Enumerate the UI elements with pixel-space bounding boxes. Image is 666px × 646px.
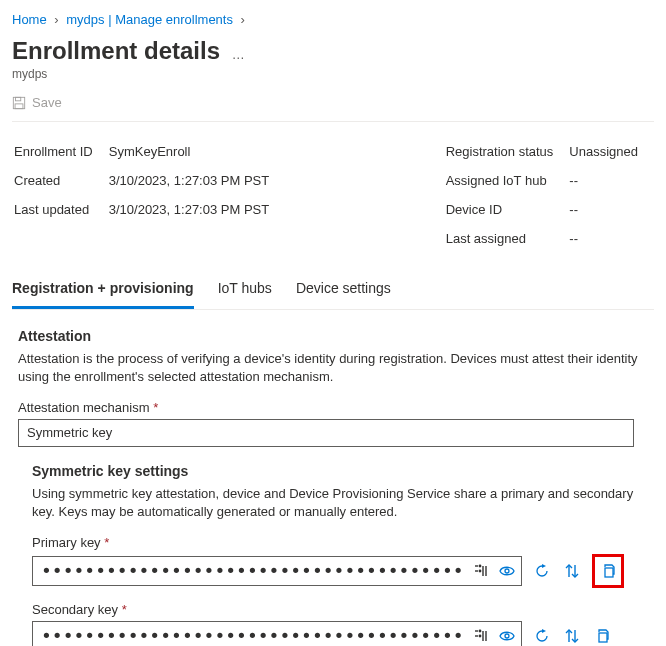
primary-key-row: ••••••••••••••••••••••••••••••••••••••••… bbox=[32, 554, 650, 588]
breadcrumb-parent[interactable]: mydps | Manage enrollments bbox=[66, 12, 233, 27]
last-updated-label: Last updated bbox=[14, 196, 107, 223]
symkey-desc: Using symmetric key attestation, device … bbox=[32, 485, 650, 521]
attestation-heading: Attestation bbox=[18, 328, 650, 344]
enrollment-id-value: SymKeyEnroll bbox=[109, 138, 283, 165]
page-title: Enrollment details bbox=[12, 37, 220, 65]
tab-iot-hubs[interactable]: IoT hubs bbox=[218, 272, 272, 309]
page-subtitle: mydps bbox=[12, 67, 654, 81]
primary-key-masked: ••••••••••••••••••••••••••••••••••••••••… bbox=[41, 566, 463, 576]
created-label: Created bbox=[14, 167, 107, 194]
breadcrumb: Home › mydps | Manage enrollments › bbox=[12, 8, 654, 37]
save-button[interactable]: Save bbox=[12, 95, 62, 110]
svg-point-4 bbox=[479, 566, 480, 567]
attestation-mechanism-input[interactable]: Symmetric key bbox=[18, 419, 634, 447]
primary-key-input[interactable]: ••••••••••••••••••••••••••••••••••••••••… bbox=[32, 556, 522, 586]
tabs: Registration + provisioning IoT hubs Dev… bbox=[12, 272, 654, 310]
copy-primary-button[interactable] bbox=[597, 559, 619, 583]
attestation-mechanism-label: Attestation mechanism bbox=[18, 400, 150, 415]
attestation-desc: Attestation is the process of verifying … bbox=[18, 350, 650, 386]
breadcrumb-home[interactable]: Home bbox=[12, 12, 47, 27]
regenerate-icon[interactable] bbox=[532, 561, 552, 581]
save-label: Save bbox=[32, 95, 62, 110]
regenerate-icon[interactable] bbox=[532, 626, 552, 646]
secondary-key-masked: ••••••••••••••••••••••••••••••••••••••••… bbox=[41, 631, 463, 641]
symkey-heading: Symmetric key settings bbox=[32, 463, 650, 479]
copy-secondary-button[interactable] bbox=[592, 626, 612, 646]
attestation-section: Attestation Attestation is the process o… bbox=[12, 328, 654, 647]
device-id-value: -- bbox=[569, 196, 652, 223]
attestation-mechanism-value: Symmetric key bbox=[27, 425, 112, 440]
show-password-icon[interactable] bbox=[497, 626, 517, 646]
reg-status-value: Unassigned bbox=[569, 138, 652, 165]
last-updated-value: 3/10/2023, 1:27:03 PM PST bbox=[109, 196, 283, 223]
details-grid: Enrollment ID SymKeyEnroll Created 3/10/… bbox=[12, 136, 654, 254]
save-icon bbox=[12, 96, 26, 110]
reg-status-label: Registration status bbox=[446, 138, 568, 165]
assigned-hub-label: Assigned IoT hub bbox=[446, 167, 568, 194]
svg-point-9 bbox=[505, 569, 509, 573]
svg-point-19 bbox=[505, 634, 509, 638]
svg-rect-1 bbox=[16, 97, 21, 101]
show-password-icon[interactable] bbox=[497, 561, 517, 581]
last-assigned-value: -- bbox=[569, 225, 652, 252]
multiline-icon[interactable] bbox=[471, 626, 491, 646]
tab-registration[interactable]: Registration + provisioning bbox=[12, 272, 194, 309]
svg-point-14 bbox=[479, 631, 480, 632]
svg-rect-12 bbox=[605, 568, 613, 577]
required-indicator: * bbox=[153, 400, 158, 415]
device-id-label: Device ID bbox=[446, 196, 568, 223]
toolbar: Save bbox=[12, 95, 654, 122]
svg-rect-2 bbox=[15, 103, 23, 108]
multiline-icon[interactable] bbox=[471, 561, 491, 581]
chevron-right-icon: › bbox=[237, 12, 249, 27]
chevron-right-icon: › bbox=[50, 12, 62, 27]
secondary-key-row: ••••••••••••••••••••••••••••••••••••••••… bbox=[32, 621, 650, 646]
copy-primary-highlight bbox=[592, 554, 624, 588]
svg-rect-22 bbox=[599, 633, 607, 642]
secondary-key-label: Secondary key bbox=[32, 602, 118, 617]
swap-icon[interactable] bbox=[562, 626, 582, 646]
assigned-hub-value: -- bbox=[569, 167, 652, 194]
primary-key-label: Primary key bbox=[32, 535, 101, 550]
secondary-key-input[interactable]: ••••••••••••••••••••••••••••••••••••••••… bbox=[32, 621, 522, 646]
svg-point-6 bbox=[479, 571, 480, 572]
enrollment-id-label: Enrollment ID bbox=[14, 138, 107, 165]
last-assigned-label: Last assigned bbox=[446, 225, 568, 252]
required-indicator: * bbox=[122, 602, 127, 617]
swap-icon[interactable] bbox=[562, 561, 582, 581]
tab-device-settings[interactable]: Device settings bbox=[296, 272, 391, 309]
more-actions-button[interactable]: … bbox=[224, 47, 245, 62]
created-value: 3/10/2023, 1:27:03 PM PST bbox=[109, 167, 283, 194]
svg-point-16 bbox=[479, 636, 480, 637]
required-indicator: * bbox=[104, 535, 109, 550]
